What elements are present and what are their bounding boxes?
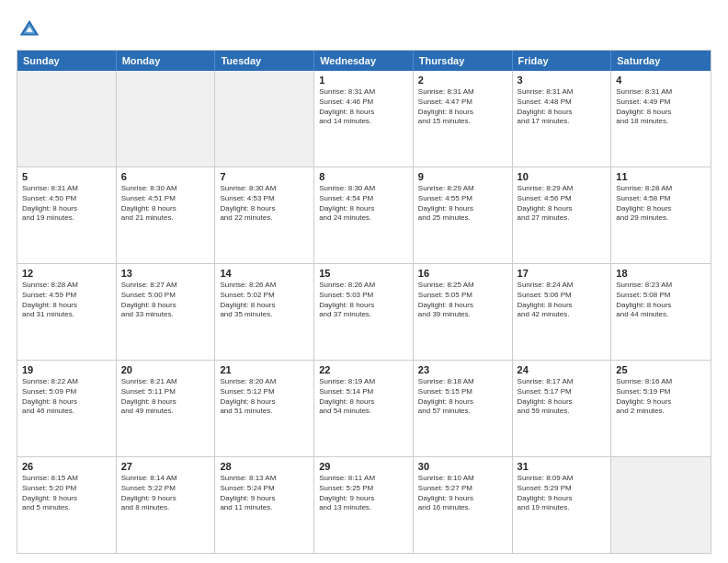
day-info: Sunrise: 8:22 AM Sunset: 5:09 PM Dayligh… [22,377,111,417]
day-info: Sunrise: 8:30 AM Sunset: 4:54 PM Dayligh… [319,184,408,224]
calendar-cell: 8Sunrise: 8:30 AM Sunset: 4:54 PM Daylig… [314,167,414,263]
calendar: SundayMondayTuesdayWednesdayThursdayFrid… [17,50,711,554]
day-info: Sunrise: 8:09 AM Sunset: 5:29 PM Dayligh… [518,474,607,513]
calendar-cell: 5Sunrise: 8:31 AM Sunset: 4:50 PM Daylig… [17,167,117,263]
day-number: 9 [418,171,507,182]
day-number: 17 [518,268,607,279]
calendar-row: 12Sunrise: 8:28 AM Sunset: 4:59 PM Dayli… [17,264,711,361]
calendar-cell: 19Sunrise: 8:22 AM Sunset: 5:09 PM Dayli… [17,361,117,456]
day-info: Sunrise: 8:15 AM Sunset: 5:20 PM Dayligh… [22,474,111,513]
day-info: Sunrise: 8:23 AM Sunset: 5:08 PM Dayligh… [616,281,706,320]
day-info: Sunrise: 8:29 AM Sunset: 4:56 PM Dayligh… [518,184,607,224]
header [17,17,711,42]
calendar-cell: 30Sunrise: 8:10 AM Sunset: 5:27 PM Dayli… [414,457,513,553]
day-number: 31 [518,461,607,472]
weekday-header: Thursday [414,51,513,71]
day-info: Sunrise: 8:24 AM Sunset: 5:06 PM Dayligh… [518,281,607,320]
calendar-row: 19Sunrise: 8:22 AM Sunset: 5:09 PM Dayli… [17,361,711,457]
day-info: Sunrise: 8:27 AM Sunset: 5:00 PM Dayligh… [121,281,210,320]
calendar-cell: 11Sunrise: 8:28 AM Sunset: 4:58 PM Dayli… [611,167,711,263]
day-number: 13 [121,268,210,279]
day-number: 16 [418,268,507,279]
calendar-cell: 18Sunrise: 8:23 AM Sunset: 5:08 PM Dayli… [611,264,711,360]
day-number: 20 [121,364,210,375]
calendar-cell [611,457,711,553]
day-info: Sunrise: 8:30 AM Sunset: 4:51 PM Dayligh… [121,184,210,224]
day-number: 2 [418,75,507,86]
calendar-cell: 9Sunrise: 8:29 AM Sunset: 4:55 PM Daylig… [414,167,513,263]
calendar-row: 5Sunrise: 8:31 AM Sunset: 4:50 PM Daylig… [17,167,711,264]
day-number: 14 [220,268,309,279]
day-info: Sunrise: 8:31 AM Sunset: 4:46 PM Dayligh… [319,87,408,127]
day-info: Sunrise: 8:20 AM Sunset: 5:12 PM Dayligh… [220,377,309,417]
calendar-cell: 12Sunrise: 8:28 AM Sunset: 4:59 PM Dayli… [17,264,117,360]
calendar-cell: 15Sunrise: 8:26 AM Sunset: 5:03 PM Dayli… [314,264,414,360]
calendar-cell: 6Sunrise: 8:30 AM Sunset: 4:51 PM Daylig… [117,167,216,263]
logo-icon [17,17,42,42]
calendar-cell: 28Sunrise: 8:13 AM Sunset: 5:24 PM Dayli… [215,457,314,553]
day-info: Sunrise: 8:28 AM Sunset: 4:59 PM Dayligh… [22,281,111,320]
calendar-cell: 2Sunrise: 8:31 AM Sunset: 4:47 PM Daylig… [414,71,513,167]
weekday-header: Wednesday [314,51,414,71]
calendar-cell: 23Sunrise: 8:18 AM Sunset: 5:15 PM Dayli… [414,361,513,456]
day-info: Sunrise: 8:17 AM Sunset: 5:17 PM Dayligh… [518,377,607,417]
day-info: Sunrise: 8:26 AM Sunset: 5:03 PM Dayligh… [319,281,408,320]
day-number: 4 [616,75,706,86]
day-number: 8 [319,171,408,182]
calendar-cell [215,71,314,167]
day-number: 29 [319,461,408,472]
day-info: Sunrise: 8:10 AM Sunset: 5:27 PM Dayligh… [418,474,507,513]
day-info: Sunrise: 8:31 AM Sunset: 4:49 PM Dayligh… [616,87,706,127]
weekday-header: Saturday [611,51,711,71]
calendar-cell [17,71,117,167]
day-number: 5 [22,171,111,182]
page: SundayMondayTuesdayWednesdayThursdayFrid… [0,0,728,563]
day-number: 7 [220,171,309,182]
day-info: Sunrise: 8:14 AM Sunset: 5:22 PM Dayligh… [121,474,210,513]
weekday-header: Monday [117,51,216,71]
weekday-header: Tuesday [215,51,314,71]
day-number: 1 [319,75,408,86]
calendar-row: 26Sunrise: 8:15 AM Sunset: 5:20 PM Dayli… [17,457,711,553]
day-info: Sunrise: 8:19 AM Sunset: 5:14 PM Dayligh… [319,377,408,417]
day-number: 15 [319,268,408,279]
logo [17,17,48,42]
day-info: Sunrise: 8:16 AM Sunset: 5:19 PM Dayligh… [616,377,706,417]
day-number: 28 [220,461,309,472]
calendar-cell: 1Sunrise: 8:31 AM Sunset: 4:46 PM Daylig… [314,71,414,167]
calendar-body: 1Sunrise: 8:31 AM Sunset: 4:46 PM Daylig… [17,71,711,553]
calendar-header: SundayMondayTuesdayWednesdayThursdayFrid… [17,51,711,71]
day-number: 25 [616,364,706,375]
day-number: 23 [418,364,507,375]
calendar-row: 1Sunrise: 8:31 AM Sunset: 4:46 PM Daylig… [17,71,711,167]
calendar-cell: 24Sunrise: 8:17 AM Sunset: 5:17 PM Dayli… [513,361,612,456]
day-number: 24 [518,364,607,375]
calendar-cell [117,71,216,167]
calendar-cell: 3Sunrise: 8:31 AM Sunset: 4:48 PM Daylig… [513,71,612,167]
day-info: Sunrise: 8:18 AM Sunset: 5:15 PM Dayligh… [418,377,507,417]
day-number: 11 [616,171,706,182]
calendar-cell: 7Sunrise: 8:30 AM Sunset: 4:53 PM Daylig… [215,167,314,263]
calendar-cell: 29Sunrise: 8:11 AM Sunset: 5:25 PM Dayli… [314,457,414,553]
day-number: 3 [518,75,607,86]
day-number: 18 [616,268,706,279]
day-info: Sunrise: 8:31 AM Sunset: 4:47 PM Dayligh… [418,87,507,127]
day-info: Sunrise: 8:26 AM Sunset: 5:02 PM Dayligh… [220,281,309,320]
day-number: 21 [220,364,309,375]
calendar-cell: 16Sunrise: 8:25 AM Sunset: 5:05 PM Dayli… [414,264,513,360]
day-info: Sunrise: 8:13 AM Sunset: 5:24 PM Dayligh… [220,474,309,513]
day-info: Sunrise: 8:31 AM Sunset: 4:50 PM Dayligh… [22,184,111,224]
day-number: 12 [22,268,111,279]
day-info: Sunrise: 8:28 AM Sunset: 4:58 PM Dayligh… [616,184,706,224]
calendar-cell: 4Sunrise: 8:31 AM Sunset: 4:49 PM Daylig… [611,71,711,167]
weekday-header: Sunday [17,51,117,71]
calendar-cell: 17Sunrise: 8:24 AM Sunset: 5:06 PM Dayli… [513,264,612,360]
day-number: 26 [22,461,111,472]
calendar-cell: 27Sunrise: 8:14 AM Sunset: 5:22 PM Dayli… [117,457,216,553]
day-info: Sunrise: 8:11 AM Sunset: 5:25 PM Dayligh… [319,474,408,513]
calendar-cell: 22Sunrise: 8:19 AM Sunset: 5:14 PM Dayli… [314,361,414,456]
calendar-cell: 10Sunrise: 8:29 AM Sunset: 4:56 PM Dayli… [513,167,612,263]
day-info: Sunrise: 8:30 AM Sunset: 4:53 PM Dayligh… [220,184,309,224]
day-number: 27 [121,461,210,472]
calendar-cell: 20Sunrise: 8:21 AM Sunset: 5:11 PM Dayli… [117,361,216,456]
